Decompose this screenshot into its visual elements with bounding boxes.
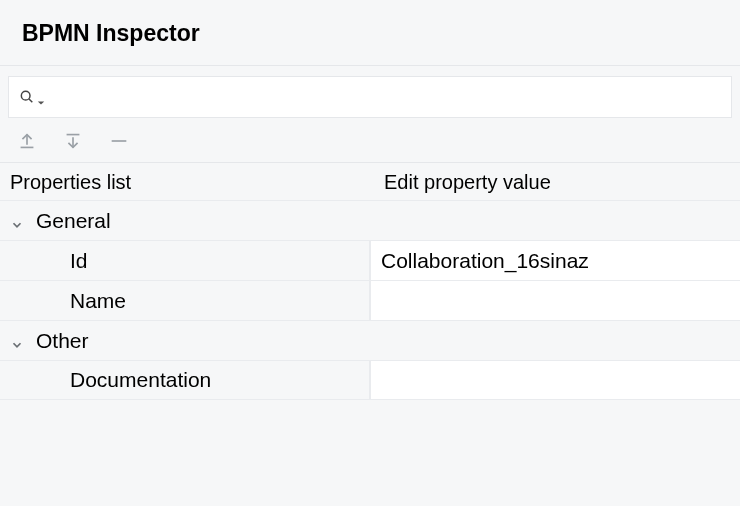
import-down-icon[interactable] — [62, 130, 84, 152]
property-row-documentation: Documentation — [0, 360, 740, 400]
column-header-value: Edit property value — [378, 171, 732, 194]
property-row-id: Id — [0, 240, 740, 280]
toolbar — [0, 118, 740, 163]
property-value-input-name[interactable] — [370, 281, 740, 320]
inspector-header: BPMN Inspector — [0, 0, 740, 66]
search-icon — [19, 89, 35, 105]
property-row-name: Name — [0, 280, 740, 320]
group-other[interactable]: Other — [0, 320, 740, 360]
svg-line-1 — [29, 99, 32, 102]
export-up-icon[interactable] — [16, 130, 38, 152]
column-headers: Properties list Edit property value — [0, 163, 740, 200]
group-label: Other — [36, 329, 89, 353]
group-label: General — [36, 209, 111, 233]
empty-area — [0, 400, 740, 506]
remove-icon[interactable] — [108, 130, 130, 152]
search-row — [0, 66, 740, 118]
property-value-input-documentation[interactable] — [370, 361, 740, 399]
property-label: Id — [70, 249, 88, 273]
inspector-title: BPMN Inspector — [22, 20, 718, 47]
chevron-down-icon — [10, 333, 26, 349]
search-box[interactable] — [8, 76, 732, 118]
svg-point-0 — [21, 91, 30, 100]
property-label: Name — [70, 289, 126, 313]
column-header-properties: Properties list — [8, 171, 378, 194]
property-label: Documentation — [70, 368, 211, 392]
chevron-down-icon — [10, 213, 26, 229]
search-caret-icon — [37, 93, 45, 101]
group-general[interactable]: General — [0, 200, 740, 240]
search-input[interactable] — [53, 87, 721, 108]
inspector-panel: BPMN Inspector — [0, 0, 740, 506]
properties-tree: General Id Name — [0, 200, 740, 400]
property-value-input-id[interactable] — [370, 241, 740, 280]
